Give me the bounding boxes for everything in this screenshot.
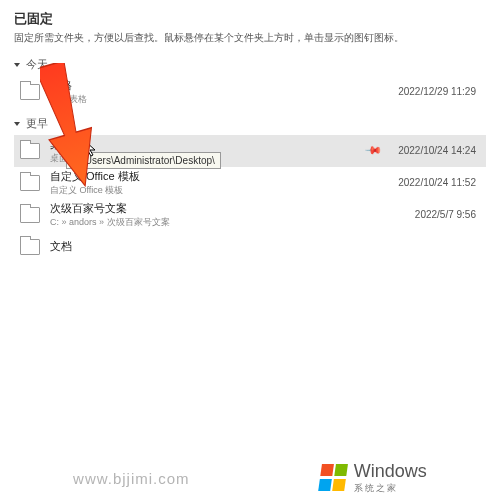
item-name: 次级百家号文案 [50,201,415,216]
folder-icon [20,143,40,159]
item-date: 2022/10/24 11:52 [398,177,476,188]
pinned-section-subtitle: 固定所需文件夹，方便以后查找。鼠标悬停在某个文件夹上方时，单击显示的图钉图标。 [14,31,486,45]
list-item[interactable]: 自定义 Office 模板 自定义 Office 模板 2022/10/24 1… [14,167,486,199]
watermark-url: www.bjjimi.com [73,470,190,487]
item-path: E: » 表格 [50,93,398,106]
path-tooltip: C:\Users\Administrator\Desktop\ [66,152,221,169]
pin-icon[interactable]: 📌 [364,141,383,160]
watermark-brand: Windows 系统之家 [320,461,427,495]
group-label-today: 今天 [26,57,48,72]
windows-logo-icon [318,464,350,492]
chevron-down-icon [14,63,20,67]
group-label-earlier: 更早 [26,116,48,131]
folder-icon [20,84,40,100]
group-header-earlier[interactable]: 更早 [14,116,486,131]
item-path: 自定义 Office 模板 [50,184,398,197]
item-date: 2022/5/7 9:56 [415,209,476,220]
list-item[interactable]: 文档 [14,231,486,263]
item-name: 自定义 Office 模板 [50,169,398,184]
folder-icon [20,175,40,191]
list-item[interactable]: 次级百家号文案 C: » andors » 次级百家号文案 2022/5/7 9… [14,199,486,231]
list-item[interactable]: 表格 E: » 表格 2022/12/29 11:29 [14,76,486,108]
item-path: C: » andors » 次级百家号文案 [50,216,415,229]
folder-icon [20,207,40,223]
group-header-today[interactable]: 今天 [14,57,486,72]
brand-sub: 系统之家 [354,482,427,495]
item-date: 2022/10/24 14:24 [398,145,476,156]
item-name: 表格 [50,78,398,93]
pinned-section-title: 已固定 [14,10,486,28]
chevron-down-icon [14,122,20,126]
watermark-bar: www.bjjimi.com Windows 系统之家 [0,456,500,500]
brand-name: Windows [354,461,427,482]
item-name: 桌面 [50,137,366,152]
folder-icon [20,239,40,255]
item-date: 2022/12/29 11:29 [398,86,476,97]
item-name: 文档 [50,239,486,254]
